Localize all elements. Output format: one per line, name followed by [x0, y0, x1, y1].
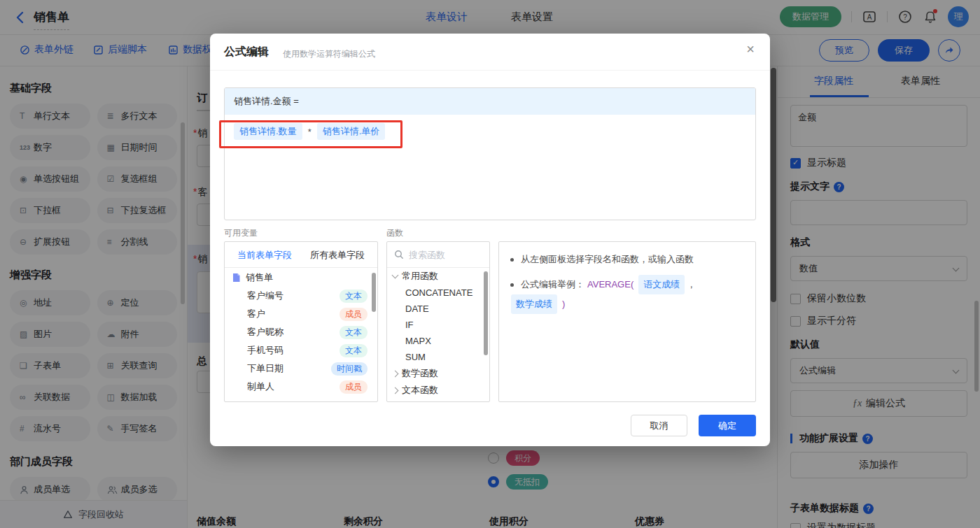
- variables-panel: 当前表单字段 所有表单字段 销售单 客户编号文本 客户成员 客户昵称文本 手机号…: [224, 241, 378, 402]
- variable-field-row[interactable]: 制单人成员: [225, 378, 377, 396]
- example-function-open: AVERAGE(: [587, 276, 634, 293]
- document-icon: [232, 273, 241, 283]
- modal-footer: 取消 确定: [631, 415, 756, 436]
- variables-scrollbar[interactable]: [372, 273, 376, 312]
- field-type-badge: 文本: [340, 344, 368, 357]
- chevron-right-icon: [392, 387, 399, 394]
- functions-label: 函数: [386, 227, 403, 239]
- tab-all-form-fields[interactable]: 所有表单字段: [310, 249, 365, 262]
- example-arg-token: 语文成绩: [638, 275, 685, 294]
- variable-field-row[interactable]: 手机号码文本: [225, 341, 377, 359]
- tip-example-line: 公式编辑举例： AVERAGE( 语文成绩 ， 数学成绩 ): [509, 275, 746, 314]
- formula-editor-modal: 公式编辑 使用数学运算符编辑公式 × 销售详情.金额 = 销售详情.数量 * 销…: [210, 34, 770, 446]
- function-search[interactable]: [387, 242, 489, 268]
- tab-current-form-fields[interactable]: 当前表单字段: [237, 249, 292, 262]
- variable-field-row[interactable]: 客户昵称文本: [225, 323, 377, 341]
- confirm-button[interactable]: 确定: [699, 415, 756, 436]
- functions-panel: 常用函数 CONCATENATE DATE IF MAPX SUM 数学函数 文…: [386, 241, 490, 402]
- function-group-common[interactable]: 常用函数: [387, 268, 489, 285]
- operator: *: [308, 127, 312, 137]
- example-arg-token: 数学成绩: [511, 294, 557, 314]
- function-item[interactable]: DATE: [387, 301, 489, 317]
- variable-field-row[interactable]: 下单日期时间戳: [225, 359, 377, 378]
- formula-expression-input[interactable]: 销售详情.数量 * 销售详情.单价: [225, 115, 755, 148]
- search-icon: [394, 250, 404, 259]
- form-tree-root[interactable]: 销售单: [225, 268, 377, 287]
- functions-scrollbar[interactable]: [484, 271, 488, 355]
- formula-target: 销售详情.金额 =: [225, 88, 755, 115]
- cancel-button[interactable]: 取消: [631, 415, 687, 436]
- close-icon[interactable]: ×: [746, 42, 755, 56]
- search-input[interactable]: [409, 250, 479, 260]
- field-type-badge: 文本: [340, 326, 368, 339]
- function-item[interactable]: MAPX: [387, 333, 489, 349]
- modal-subtitle: 使用数学运算符编辑公式: [283, 48, 375, 60]
- function-group-math[interactable]: 数学函数: [387, 365, 489, 382]
- function-item[interactable]: SUM: [387, 349, 489, 365]
- field-token[interactable]: 销售详情.数量: [234, 123, 302, 140]
- function-group-text[interactable]: 文本函数: [387, 382, 489, 399]
- function-item[interactable]: CONCATENATE: [387, 285, 489, 301]
- field-token[interactable]: 销售详情.单价: [317, 123, 386, 140]
- modal-header-divider: [210, 70, 770, 71]
- variables-label: 可用变量: [224, 227, 258, 239]
- variable-field-row[interactable]: 客户编号文本: [225, 287, 377, 305]
- tip-line: 从左侧面板选择字段名和函数，或输入函数: [509, 251, 746, 268]
- bullet-icon: [510, 258, 514, 262]
- chevron-right-icon: [392, 370, 399, 377]
- bullet-icon: [510, 283, 514, 287]
- formula-editor: 销售详情.金额 = 销售详情.数量 * 销售详情.单价: [224, 87, 756, 220]
- modal-title: 公式编辑: [224, 45, 269, 59]
- variables-tabs: 当前表单字段 所有表单字段: [225, 242, 377, 268]
- variable-field-row[interactable]: 客户成员: [225, 305, 377, 323]
- example-function-close: ): [562, 296, 565, 313]
- chevron-down-icon: [392, 272, 399, 279]
- field-type-badge: 文本: [340, 290, 368, 303]
- field-type-badge: 成员: [340, 308, 368, 321]
- tips-panel: 从左侧面板选择字段名和函数，或输入函数 公式编辑举例： AVERAGE( 语文成…: [498, 241, 756, 402]
- field-type-badge: 时间戳: [331, 362, 368, 376]
- function-item[interactable]: IF: [387, 317, 489, 333]
- field-type-badge: 成员: [340, 380, 368, 394]
